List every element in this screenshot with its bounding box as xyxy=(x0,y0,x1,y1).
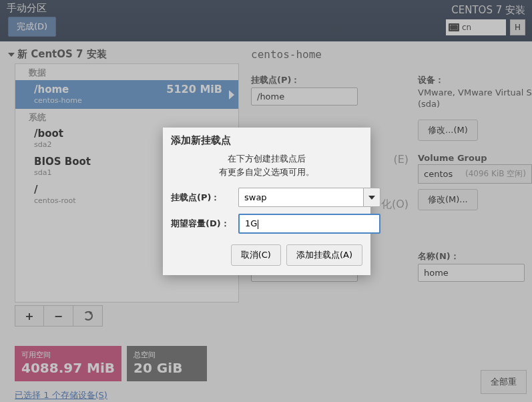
dialog-mount-label: 挂载点(P)： xyxy=(171,192,234,204)
dialog-mount-select[interactable] xyxy=(238,188,380,207)
dialog-title: 添加新挂载点 xyxy=(163,128,370,148)
chevron-down-icon xyxy=(368,196,375,200)
dialog-form: 挂载点(P)： 期望容量(D)： 1G xyxy=(163,188,370,244)
dialog-capacity-label: 期望容量(D)： xyxy=(171,218,234,230)
dialog-mount-input[interactable] xyxy=(238,188,363,207)
add-mount-point-button[interactable]: 添加挂载点(A) xyxy=(286,244,362,266)
text-cursor xyxy=(258,220,258,229)
dialog-mount-dropdown-button[interactable] xyxy=(363,188,380,207)
dialog-description: 在下方创建挂载点后 有更多自定义选项可用。 xyxy=(163,148,370,188)
dialog-capacity-input[interactable]: 1G xyxy=(238,214,380,234)
cancel-button[interactable]: 取消(C) xyxy=(231,244,281,266)
add-mount-point-dialog: 添加新挂载点 在下方创建挂载点后 有更多自定义选项可用。 挂载点(P)： 期望容… xyxy=(163,128,370,275)
dialog-button-row: 取消(C) 添加挂载点(A) xyxy=(163,244,370,275)
